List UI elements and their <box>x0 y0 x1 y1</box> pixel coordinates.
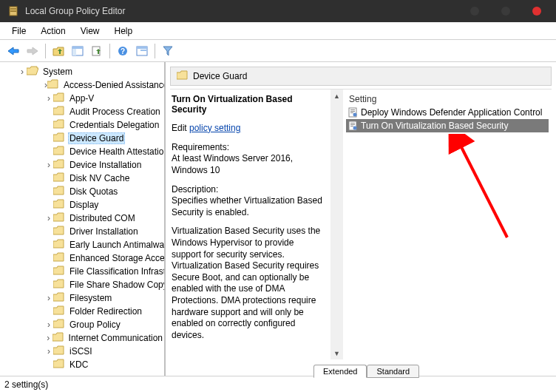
details-header-text: Device Guard <box>193 71 247 81</box>
tree-label: Audit Process Creation <box>68 106 162 118</box>
tree-label: Internet Communication <box>67 332 164 344</box>
edit-policy-link[interactable]: policy setting <box>189 123 240 133</box>
tree-node[interactable]: Disk NV Cache <box>0 172 164 185</box>
tree-label: Disk NV Cache <box>68 172 131 184</box>
tree-label: Group Policy <box>68 319 122 331</box>
tree-node[interactable]: Enhanced Storage Access <box>0 251 164 265</box>
tree-node[interactable]: Audit Process Creation <box>0 105 164 118</box>
svg-point-22 <box>353 126 357 130</box>
toolbar: ? <box>0 40 556 62</box>
tree-node[interactable]: Device Installation <box>0 158 164 172</box>
tree-node[interactable]: Distributed COM <box>0 212 164 225</box>
tree-label: Enhanced Storage Access <box>68 252 164 264</box>
tree-node-system[interactable]: System <box>0 65 164 78</box>
folder-icon <box>53 359 65 371</box>
folder-icon <box>53 252 65 264</box>
toolbar-separator <box>45 44 46 58</box>
folder-icon <box>52 332 64 344</box>
menu-view[interactable]: View <box>73 24 107 38</box>
tree-node[interactable]: Group Policy <box>0 318 164 331</box>
export-button[interactable] <box>88 42 106 60</box>
tree-node[interactable]: Folder Redirection <box>0 305 164 318</box>
folder-icon <box>53 226 65 237</box>
tree-node[interactable]: Credentials Delegation <box>0 118 164 132</box>
details-header: Device Guard <box>170 67 552 86</box>
tree-label: iSCSI <box>68 345 94 357</box>
tree-label: Device Guard <box>68 132 125 144</box>
tree-node[interactable]: Filesystem <box>0 291 164 305</box>
close-button[interactable] <box>532 7 541 16</box>
tree-node[interactable]: Early Launch Antimalware <box>0 238 164 251</box>
svg-rect-11 <box>137 47 147 49</box>
up-folder-button[interactable] <box>50 42 67 60</box>
status-text: 2 setting(s) <box>4 379 48 390</box>
svg-rect-16 <box>350 112 353 113</box>
svg-point-17 <box>353 113 357 117</box>
tree-node[interactable]: Display <box>0 198 164 212</box>
tree-node[interactable]: Driver Installation <box>0 225 164 238</box>
forward-button[interactable] <box>24 42 41 60</box>
tree-label: Distributed COM <box>68 212 137 224</box>
settings-list-item[interactable]: Turn On Virtualization Based Security <box>346 119 549 132</box>
tree-label: File Share Shadow Copy <box>68 279 164 291</box>
tree-node[interactable]: App-V <box>0 92 164 105</box>
folder-icon <box>53 159 65 171</box>
menubar: File Action View Help <box>0 22 556 40</box>
tree-node[interactable]: iSCSI <box>0 345 164 358</box>
svg-rect-1 <box>10 8 16 9</box>
folder-icon <box>53 345 65 357</box>
tree-node[interactable]: Device Health Attestation <box>0 145 164 158</box>
toolbar-separator <box>155 44 155 58</box>
svg-rect-19 <box>350 123 355 124</box>
tree-node[interactable]: Disk Quotas <box>0 185 164 198</box>
details-panel: Device Guard Turn On Virtualization Base… <box>166 62 556 376</box>
menu-file[interactable]: File <box>4 24 33 38</box>
svg-line-23 <box>459 143 507 237</box>
tree-node[interactable]: Access-Denied Assistance <box>0 78 164 92</box>
menu-help[interactable]: Help <box>107 24 140 38</box>
show-hide-tree-button[interactable] <box>69 42 87 60</box>
tab-extended[interactable]: Extended <box>313 365 367 378</box>
tree-label: Early Launch Antimalware <box>68 239 164 251</box>
tree-node[interactable]: File Classification Infrastructure <box>0 265 164 278</box>
tree-label: Driver Installation <box>68 226 140 237</box>
folder-icon <box>53 212 65 224</box>
setting-title: Turn On Virtualization Based Security <box>172 94 325 115</box>
folder-open-icon <box>27 66 38 78</box>
tree-label: Device Installation <box>68 159 143 171</box>
folder-icon <box>53 279 65 291</box>
back-button[interactable] <box>4 42 22 60</box>
description-label: Description: <box>172 184 218 195</box>
tree-node[interactable]: KDC <box>0 358 164 371</box>
svg-rect-21 <box>350 126 353 126</box>
properties-button[interactable] <box>133 42 151 60</box>
folder-icon <box>47 79 59 91</box>
tree-label: App-V <box>68 92 95 104</box>
menu-action[interactable]: Action <box>33 24 72 38</box>
tree-label: Display <box>68 199 100 211</box>
policy-icon <box>348 107 358 118</box>
folder-icon <box>53 92 65 104</box>
svg-rect-3 <box>10 11 16 12</box>
svg-rect-6 <box>72 49 76 55</box>
minimize-button[interactable] <box>470 7 479 16</box>
statusbar: 2 setting(s) <box>0 376 556 392</box>
tree-node[interactable]: File Share Shadow Copy <box>0 278 164 291</box>
maximize-button[interactable] <box>501 7 510 16</box>
settings-list-item[interactable]: Deploy Windows Defender Application Cont… <box>346 106 549 119</box>
folder-icon <box>53 305 65 317</box>
folder-icon <box>53 199 65 211</box>
svg-rect-14 <box>350 109 355 110</box>
tree-node[interactable]: Device Guard <box>0 132 164 145</box>
folder-icon <box>53 319 65 331</box>
settings-list-header[interactable]: Setting <box>346 92 549 106</box>
tree-node[interactable]: Internet Communication <box>0 331 164 345</box>
tree-label: Folder Redirection <box>68 305 143 317</box>
filter-button[interactable] <box>159 42 177 60</box>
toolbar-separator <box>109 44 110 58</box>
tab-standard[interactable]: Standard <box>367 365 419 378</box>
tree-label: Access-Denied Assistance <box>62 79 164 91</box>
titlebar: Local Group Policy Editor <box>0 0 556 22</box>
tree-label: Device Health Attestation <box>68 146 164 158</box>
help-button[interactable]: ? <box>114 42 132 60</box>
